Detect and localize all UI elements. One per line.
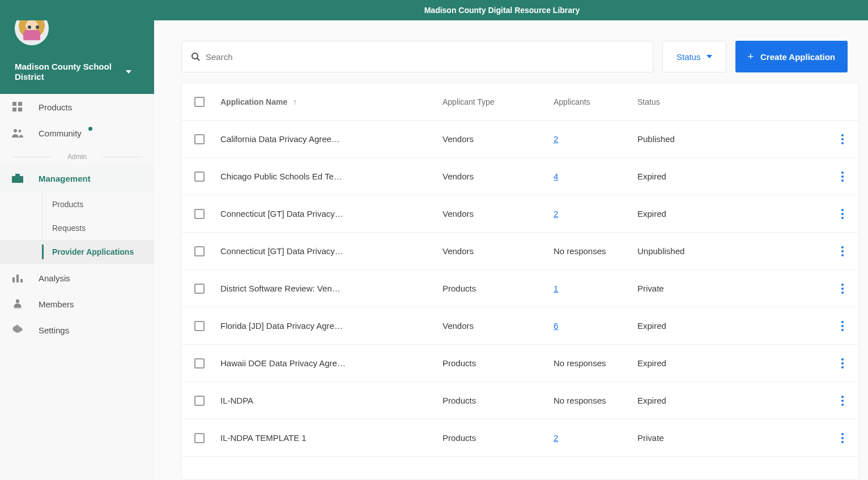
svg-point-12 xyxy=(14,307,22,309)
table-row[interactable]: IL-NDPAProductsNo responsesExpired xyxy=(182,382,858,419)
cell-application-name: Chicago Public Schools Ed Te… xyxy=(217,172,442,181)
table-row[interactable]: Connecticut [GT] Data Privacy…Vendors2Ex… xyxy=(182,195,858,233)
plus-icon: + xyxy=(748,52,754,62)
svg-point-23 xyxy=(841,217,844,219)
col-applicant-type[interactable]: Applicant Type xyxy=(442,97,554,106)
row-actions-button[interactable] xyxy=(827,246,858,256)
row-select-cell xyxy=(182,246,217,256)
create-button-label: Create Application xyxy=(760,52,835,62)
svg-point-37 xyxy=(841,400,844,402)
sidebar-item-members[interactable]: Members xyxy=(0,291,154,317)
cell-applicant-type: Products xyxy=(442,433,554,443)
org-switcher[interactable]: Madison County School District xyxy=(15,62,131,83)
more-vertical-icon xyxy=(841,433,844,443)
row-checkbox[interactable] xyxy=(194,134,205,144)
svg-point-36 xyxy=(841,396,844,398)
col-status[interactable]: Status xyxy=(637,97,756,106)
row-checkbox[interactable] xyxy=(194,246,205,256)
sidebar-item-community[interactable]: Community xyxy=(0,120,154,146)
row-actions-button[interactable] xyxy=(827,284,858,294)
sidebar-item-products[interactable]: Products xyxy=(0,94,154,120)
more-vertical-icon xyxy=(841,284,844,294)
sidebar-item-management[interactable]: Management xyxy=(0,165,154,191)
svg-rect-1 xyxy=(18,102,22,106)
table-row[interactable]: Chicago Public Schools Ed Te…Vendors4Exp… xyxy=(182,158,858,195)
org-name: Madison County School District xyxy=(15,62,117,83)
table-body[interactable]: California Data Privacy Agree…Vendors2Pu… xyxy=(182,121,858,479)
cell-status: Unpublished xyxy=(637,246,756,256)
toolbar: Status + Create Application xyxy=(154,20,868,72)
svg-point-39 xyxy=(841,433,844,435)
sidebar-item-settings[interactable]: Settings xyxy=(0,317,154,343)
sidebar-item-label: Settings xyxy=(39,325,69,335)
table-row[interactable]: Florida [JD] Data Privacy Agre…Vendors6E… xyxy=(182,307,858,345)
cell-applicant-type: Products xyxy=(442,284,554,293)
cell-applicant-type: Products xyxy=(442,396,554,405)
applicants-link[interactable]: 2 xyxy=(554,209,637,218)
row-actions-button[interactable] xyxy=(827,358,858,368)
search-input[interactable] xyxy=(206,45,644,68)
row-actions-button[interactable] xyxy=(827,433,858,443)
svg-point-35 xyxy=(841,366,844,368)
subnav-products[interactable]: Products xyxy=(43,192,154,216)
people-icon xyxy=(10,127,25,139)
subnav-provider-applications[interactable]: Provider Applications xyxy=(0,240,154,264)
row-checkbox[interactable] xyxy=(194,284,205,294)
row-select-cell xyxy=(182,134,217,144)
row-actions-button[interactable] xyxy=(827,172,858,182)
top-banner: Madison County Digital Resource Library xyxy=(0,0,868,20)
svg-point-32 xyxy=(841,329,844,331)
sidebar-section-admin: Admin xyxy=(0,153,154,161)
row-actions-button[interactable] xyxy=(827,321,858,331)
row-checkbox[interactable] xyxy=(194,396,205,406)
svg-rect-7 xyxy=(15,174,20,176)
row-checkbox[interactable] xyxy=(194,172,205,182)
svg-line-14 xyxy=(197,58,199,61)
row-checkbox[interactable] xyxy=(194,321,205,331)
svg-point-30 xyxy=(841,321,844,323)
cell-application-name: Florida [JD] Data Privacy Agre… xyxy=(217,321,442,331)
table-row[interactable]: District Software Review: Ven…Products1P… xyxy=(182,270,858,307)
applicants-link[interactable]: 2 xyxy=(554,433,637,443)
sidebar-item-analysis[interactable]: Analysis xyxy=(0,265,154,291)
cell-status: Expired xyxy=(637,321,756,331)
applicants-link[interactable]: 2 xyxy=(554,134,637,144)
row-actions-button[interactable] xyxy=(827,134,858,144)
row-checkbox[interactable] xyxy=(194,358,205,368)
search-field[interactable] xyxy=(181,41,653,72)
table-row[interactable]: California Data Privacy Agree…Vendors2Pu… xyxy=(182,121,858,158)
create-application-button[interactable]: + Create Application xyxy=(735,41,848,72)
row-checkbox[interactable] xyxy=(194,433,205,443)
badge-dot-icon xyxy=(88,127,92,131)
svg-point-28 xyxy=(841,288,844,290)
svg-point-21 xyxy=(841,209,844,211)
table-row[interactable]: Hawaii DOE Data Privacy Agre…ProductsNo … xyxy=(182,345,858,382)
subnav-requests[interactable]: Requests xyxy=(43,216,154,240)
applicants-link[interactable]: 6 xyxy=(554,321,637,331)
status-filter[interactable]: Status xyxy=(662,41,726,72)
row-checkbox[interactable] xyxy=(194,209,205,219)
col-applicants[interactable]: Applicants xyxy=(554,97,637,106)
sidebar-item-label: Products xyxy=(39,102,72,112)
svg-point-20 xyxy=(841,179,844,182)
applications-table: Application Name ↑ Applicant Type Applic… xyxy=(181,83,859,480)
row-actions-button[interactable] xyxy=(827,209,858,219)
sidebar-item-label: Analysis xyxy=(39,273,70,283)
cell-application-name: IL-NDPA TEMPLATE 1 xyxy=(217,433,442,443)
applicants-text: No responses xyxy=(554,396,637,405)
cell-applicant-type: Vendors xyxy=(442,321,554,331)
sidebar-item-label: Management xyxy=(39,174,91,183)
svg-point-31 xyxy=(841,325,844,327)
more-vertical-icon xyxy=(841,396,844,406)
applicants-link[interactable]: 1 xyxy=(554,284,637,293)
row-actions-button[interactable] xyxy=(827,396,858,406)
cell-applicant-type: Vendors xyxy=(442,172,554,181)
svg-point-34 xyxy=(841,362,844,365)
col-application-name[interactable]: Application Name ↑ xyxy=(217,97,442,106)
table-row[interactable]: IL-NDPA TEMPLATE 1Products2Private xyxy=(182,419,858,457)
applicants-link[interactable]: 4 xyxy=(554,172,637,181)
svg-point-29 xyxy=(841,292,844,294)
select-all-checkbox[interactable] xyxy=(194,97,205,107)
table-row[interactable]: Connecticut [GT] Data Privacy…VendorsNo … xyxy=(182,233,858,270)
sidebar-item-label: Members xyxy=(39,299,74,309)
